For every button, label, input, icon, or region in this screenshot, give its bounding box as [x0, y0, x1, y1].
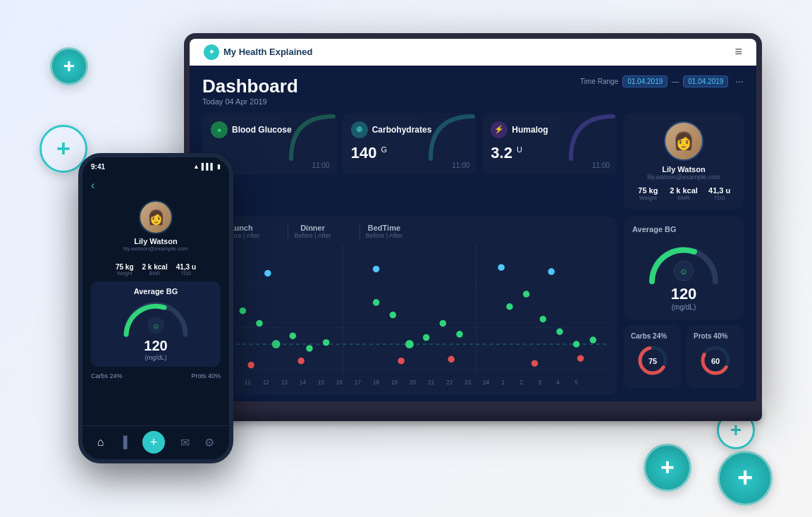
svg-text:20: 20 [410, 379, 417, 385]
carbohydrates-card: ⊕ Carbohydrates 140 G 11:00 [343, 113, 477, 175]
time-range-dash: — [672, 78, 679, 85]
carbs-ring-chart: 75 [635, 343, 670, 378]
phone: 9:41 ▲ ▌▌▌ ▮ ‹ 👩 Lily Watson lily.watson… [78, 153, 233, 463]
svg-point-13 [390, 311, 396, 317]
phone-settings-nav[interactable]: ⚙ [204, 436, 214, 449]
cards-and-profile: ● Blood Glucose 11:00 [202, 113, 744, 209]
phone-back-button[interactable]: ‹ [91, 179, 221, 192]
phone-gauge-svg: ☺ [121, 296, 191, 338]
laptop-screen: ✦ My Health Explained ≡ Dashboard Today … [184, 33, 762, 407]
main-scene: + + + + + ✦ My Health Explained ≡ [36, 12, 776, 506]
svg-text:18: 18 [373, 379, 380, 385]
app-logo: ✦ My Health Explained [204, 44, 312, 60]
svg-point-30 [264, 269, 271, 276]
svg-text:17: 17 [355, 379, 362, 385]
gauge-container: ☺ [645, 239, 722, 285]
time-end-badge[interactable]: 01.04.2019 [683, 75, 728, 87]
phone-message-nav[interactable]: ✉ [180, 436, 190, 449]
svg-text:13: 13 [281, 379, 288, 385]
logo-icon: ✦ [204, 44, 219, 60]
humalog-icon: ⚡ [491, 121, 508, 138]
laptop: ✦ My Health Explained ≡ Dashboard Today … [184, 33, 762, 442]
svg-point-32 [498, 264, 504, 270]
svg-point-28 [531, 360, 538, 366]
dashboard-controls: Time Range 01.04.2019 — 01.04.2019 ··· [580, 75, 744, 87]
carbohydrates-arc [427, 113, 476, 162]
svg-point-9 [290, 332, 296, 339]
svg-text:2: 2 [519, 379, 523, 385]
chart-body: 9 10 11 12 13 14 15 16 17 18 [209, 243, 610, 387]
profile-weight-label: Weight [632, 195, 664, 201]
floating-plus-5[interactable]: + [718, 451, 773, 506]
phone-chart-nav[interactable]: ▐ [119, 436, 127, 449]
signal-icon: ▌▌▌ [202, 163, 215, 170]
svg-text:12: 12 [263, 379, 270, 385]
blood-glucose-icon: ● [211, 121, 228, 138]
phone-gauge: ☺ 120 (mg/dL) [98, 296, 214, 361]
svg-text:☺: ☺ [152, 322, 159, 330]
svg-text:21: 21 [428, 379, 435, 385]
profile-bmr-label: BMR [668, 195, 700, 201]
phone-status-bar: 9:41 ▲ ▌▌▌ ▮ [82, 157, 229, 174]
phone-bmr-label: BMR [142, 271, 168, 276]
phone-tdd-value: 41,3 u [176, 263, 196, 271]
phone-avg-bg-section: Average BG ☺ 120 (mg/dL) [91, 281, 221, 367]
svg-point-8 [272, 340, 281, 348]
phone-tdd-label: TDD [176, 271, 196, 276]
dashboard: ✦ My Health Explained ≡ Dashboard Today … [190, 39, 756, 401]
phone-bmr: 2 k kcal BMR [142, 263, 168, 276]
carbs-nutrition-title: Carbs 24% [631, 332, 667, 340]
svg-point-25 [297, 357, 304, 363]
chart-label-bedtime: BedTime Before | After [359, 224, 402, 239]
svg-text:24: 24 [483, 379, 490, 385]
phone-tdd: 41,3 u TDD [176, 263, 196, 276]
profile-card: 👩 Lily Watson lily.watson@example.com 75… [624, 113, 744, 209]
profile-tdd: 41,3 u TDD [703, 186, 735, 201]
svg-point-21 [556, 328, 562, 334]
right-panel: Average BG ☺ [624, 217, 744, 395]
laptop-base [184, 407, 762, 421]
svg-point-23 [590, 336, 596, 343]
dashboard-header: ✦ My Health Explained ≡ [190, 39, 756, 66]
hamburger-menu[interactable]: ≡ [734, 44, 742, 59]
phone-nutrition-row: Carbs 24% Prots 40% [91, 372, 221, 379]
blood-glucose-arc [288, 113, 337, 162]
phone-home-nav[interactable]: ⌂ [97, 436, 104, 449]
floating-plus-4[interactable]: + [644, 444, 691, 492]
svg-text:60: 60 [710, 357, 719, 365]
svg-point-11 [323, 339, 329, 345]
dots-menu-button[interactable]: ··· [735, 75, 744, 87]
bedtime-sublabel: Before | After [366, 232, 402, 239]
dashboard-title-block: Dashboard Today 04 Apr 2019 [202, 75, 298, 106]
svg-text:15: 15 [318, 379, 325, 385]
prots-nutrition-card: Prots 40% 60 [687, 325, 744, 388]
phone-profile-name: Lily Watson [134, 237, 177, 245]
phone-avg-bg-title: Average BG [98, 287, 214, 296]
time-start-badge[interactable]: 01.04.2019 [622, 75, 668, 87]
average-bg-value: 120 [671, 285, 697, 303]
phone-time: 9:41 [91, 163, 105, 171]
phone-avg-bg-unit: (mg/dL) [144, 354, 166, 361]
svg-text:11: 11 [245, 379, 252, 385]
chart-area: Lunch Before | After Dinner Before | Aft… [202, 217, 617, 395]
dashboard-top-row: Dashboard Today 04 Apr 2019 Time Range 0… [202, 75, 744, 106]
prots-ring-chart: 60 [698, 343, 733, 378]
gauge-svg: ☺ [645, 239, 722, 285]
carbohydrates-unit: G [381, 145, 388, 153]
battery-icon: ▮ [217, 163, 221, 170]
dinner-label: Dinner [300, 224, 325, 232]
phone-add-button[interactable]: + [142, 431, 165, 454]
humalog-unit: U [517, 145, 522, 153]
phone-profile: 👩 Lily Watson lily.watson@example.com [91, 197, 221, 255]
blood-glucose-title: Blood Glucose [232, 125, 292, 135]
svg-point-16 [440, 320, 446, 326]
phone-profile-email: lily.watson@example.com [123, 245, 188, 252]
phone-weight: 75 kg Weight [116, 263, 134, 276]
carbohydrates-icon: ⊕ [351, 121, 368, 138]
svg-text:19: 19 [391, 379, 398, 385]
svg-text:4: 4 [556, 379, 560, 385]
svg-text:75: 75 [648, 357, 656, 365]
floating-plus-1[interactable]: + [50, 47, 88, 85]
blood-glucose-time: 11:00 [312, 162, 330, 169]
svg-text:3: 3 [538, 379, 541, 385]
